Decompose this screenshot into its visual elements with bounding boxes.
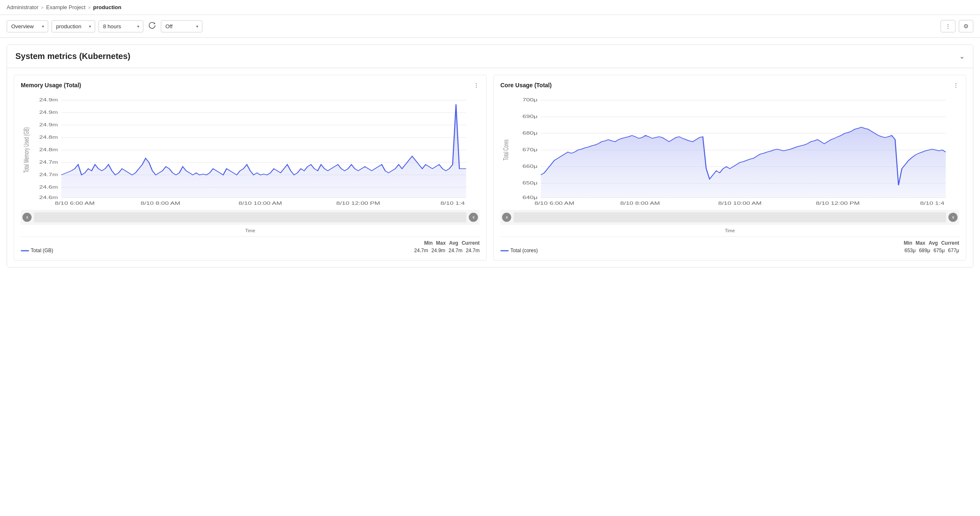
memory-legend-row: Total (GB) 24.7m 24.9m 24.7m 24.7m	[21, 248, 480, 253]
memory-legend-headers: Min Max Avg Current	[21, 236, 480, 246]
svg-text:8/10 8:00 AM: 8/10 8:00 AM	[620, 201, 660, 206]
core-chart-more-button[interactable]: ⋮	[953, 82, 959, 88]
core-scrubber-content	[514, 212, 946, 222]
svg-text:24.8m: 24.8m	[39, 147, 58, 152]
memory-chart-more-button[interactable]: ⋮	[473, 82, 480, 88]
memory-legend-max: 24.9m	[431, 248, 445, 253]
breadcrumb: Administrator > Example Project > produc…	[0, 0, 980, 15]
memory-scrubber-content	[34, 212, 466, 222]
memory-chart-title: Memory Usage (Total)	[21, 82, 81, 88]
svg-text:670μ: 670μ	[522, 147, 537, 152]
refresh-button[interactable]	[147, 19, 158, 33]
timerange-select-wrapper: 8 hours 30 minutes 3 hours 1 day 3 days …	[98, 20, 143, 32]
breadcrumb-project[interactable]: Example Project	[46, 4, 86, 10]
overview-select[interactable]: Overview	[7, 20, 48, 32]
main-content: System metrics (Kubernetes) ⌄ Memory Usa…	[0, 38, 980, 274]
svg-text:8/10 12:00 PM: 8/10 12:00 PM	[816, 201, 859, 206]
svg-text:24.9m: 24.9m	[39, 123, 58, 127]
core-chart-panel: Core Usage (Total) ⋮ 700μ	[493, 75, 966, 260]
memory-chart-svg: 24.9m 24.9m 24.9m 24.8m 24.8m 24.7m 24.7…	[21, 92, 480, 208]
memory-legend-text: Total (GB)	[31, 248, 53, 253]
svg-text:8/10 10:00 AM: 8/10 10:00 AM	[239, 201, 282, 206]
svg-text:8/10 6:00 AM: 8/10 6:00 AM	[55, 201, 95, 206]
core-time-label: Time	[500, 228, 959, 233]
svg-text:660μ: 660μ	[522, 164, 537, 169]
core-chart-title: Core Usage (Total)	[500, 82, 552, 88]
svg-text:24.7m: 24.7m	[39, 160, 58, 165]
core-legend-avg: 675μ	[933, 248, 945, 253]
autorefresh-select[interactable]: Off 30s 1m 5m	[161, 20, 202, 32]
overview-select-wrapper: Overview ▾	[7, 20, 48, 32]
autorefresh-select-wrapper: Off 30s 1m 5m ▾	[161, 20, 202, 32]
charts-grid: Memory Usage (Total) ⋮	[7, 68, 973, 267]
svg-text:24.7m: 24.7m	[39, 172, 58, 177]
core-legend-line	[500, 250, 509, 251]
core-legend-text: Total (cores)	[510, 248, 538, 253]
core-chart-header: Core Usage (Total) ⋮	[500, 82, 959, 88]
svg-text:8/10 6:00 AM: 8/10 6:00 AM	[534, 201, 574, 206]
svg-text:8/10 12:00 PM: 8/10 12:00 PM	[336, 201, 380, 206]
core-scrubber[interactable]: ⏸ ⏸	[500, 210, 959, 225]
svg-text:Total Memory Used (GB): Total Memory Used (GB)	[23, 127, 30, 173]
svg-text:Total Cores: Total Cores	[502, 140, 510, 161]
svg-text:8/10 8:00 AM: 8/10 8:00 AM	[140, 201, 180, 206]
core-legend-max: 689μ	[919, 248, 930, 253]
core-chart-area: 700μ 690μ 680μ 670μ 660μ 650μ 640μ Total…	[500, 92, 959, 208]
breadcrumb-current: production	[93, 4, 121, 10]
svg-text:24.6m: 24.6m	[39, 185, 58, 189]
core-legend-row: Total (cores) 653μ 689μ 675μ 677μ	[500, 248, 959, 253]
memory-time-label: Time	[21, 228, 480, 233]
section-title: System metrics (Kubernetes)	[15, 52, 131, 61]
svg-text:24.9m: 24.9m	[39, 98, 58, 102]
memory-legend-line	[21, 250, 29, 251]
settings-button[interactable]: ⚙	[959, 20, 973, 32]
memory-legend-current: 24.7m	[466, 248, 480, 253]
environment-select-wrapper: production ▾	[52, 20, 95, 32]
more-button[interactable]: ⋮	[941, 20, 955, 32]
core-legend-headers: Min Max Avg Current	[500, 236, 959, 246]
memory-chart-area: 24.9m 24.9m 24.9m 24.8m 24.8m 24.7m 24.7…	[21, 92, 480, 208]
timerange-select[interactable]: 8 hours 30 minutes 3 hours 1 day 3 days …	[98, 20, 143, 32]
svg-text:8/10 10:00 AM: 8/10 10:00 AM	[718, 201, 762, 206]
svg-text:24.6m: 24.6m	[39, 195, 58, 200]
core-chart-svg: 700μ 690μ 680μ 670μ 660μ 650μ 640μ Total…	[500, 92, 959, 208]
core-legend-current: 677μ	[948, 248, 959, 253]
core-scrubber-right-btn[interactable]: ⏸	[948, 213, 958, 222]
section-card: System metrics (Kubernetes) ⌄ Memory Usa…	[7, 44, 973, 268]
section-collapse-icon[interactable]: ⌄	[959, 52, 965, 60]
memory-legend-label: Total (GB)	[21, 248, 411, 253]
svg-text:690μ: 690μ	[522, 114, 537, 119]
svg-text:8/10 1:4: 8/10 1:4	[441, 201, 465, 206]
memory-legend-avg: 24.7m	[448, 248, 462, 253]
core-legend-label: Total (cores)	[500, 248, 901, 253]
memory-scrubber[interactable]: ⏸ ⏸	[21, 210, 480, 225]
breadcrumb-sep2: >	[88, 5, 91, 10]
section-header: System metrics (Kubernetes) ⌄	[7, 45, 973, 68]
breadcrumb-admin[interactable]: Administrator	[7, 4, 39, 10]
svg-text:24.9m: 24.9m	[39, 110, 58, 115]
core-scrubber-left-btn[interactable]: ⏸	[502, 213, 511, 222]
breadcrumb-sep1: >	[41, 5, 44, 10]
memory-legend-min: 24.7m	[414, 248, 428, 253]
memory-scrubber-right-btn[interactable]: ⏸	[469, 213, 478, 222]
memory-chart-panel: Memory Usage (Total) ⋮	[14, 75, 487, 260]
memory-chart-header: Memory Usage (Total) ⋮	[21, 82, 480, 88]
svg-text:8/10 1:4: 8/10 1:4	[920, 201, 945, 206]
toolbar: Overview ▾ production ▾ 8 hours 30 minut…	[0, 15, 980, 38]
memory-scrubber-left-btn[interactable]: ⏸	[22, 213, 32, 222]
svg-text:640μ: 640μ	[522, 195, 537, 200]
environment-select[interactable]: production	[52, 20, 95, 32]
svg-text:24.8m: 24.8m	[39, 135, 58, 140]
toolbar-right: ⋮ ⚙	[941, 20, 973, 32]
svg-text:700μ: 700μ	[522, 98, 537, 102]
svg-text:650μ: 650μ	[522, 181, 537, 185]
svg-text:680μ: 680μ	[522, 131, 537, 135]
core-legend-min: 653μ	[904, 248, 916, 253]
